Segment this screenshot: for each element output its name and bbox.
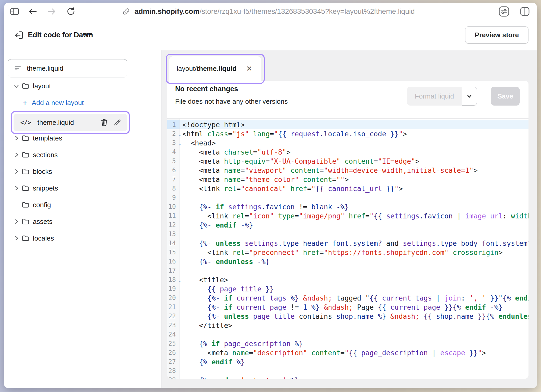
browser-sidebar-toggle-icon[interactable]	[10, 7, 19, 16]
code-line[interactable]: <link rel="icon" type="image/png" href="…	[182, 211, 528, 220]
fold-toggle-icon[interactable]: ⌄	[178, 130, 181, 139]
url-bar[interactable]: admin.shopify.com/store/rzq1xu-f5/themes…	[134, 7, 415, 16]
code-pane[interactable]: <!doctype html><html class="js" lang="{{…	[180, 119, 528, 379]
folder-label: config	[33, 201, 51, 209]
code-line[interactable]: {% render 'meta-tags' %}	[182, 376, 528, 379]
browser-settings-icon[interactable]	[498, 6, 510, 17]
link-icon	[122, 7, 130, 16]
chevron-right-icon[interactable]	[11, 185, 21, 192]
line-number: 24	[167, 330, 180, 339]
chevron-right-icon	[13, 235, 20, 242]
line-number: 20	[167, 293, 180, 303]
folder-icon	[21, 184, 30, 192]
code-line[interactable]	[182, 330, 528, 339]
reload-icon[interactable]	[66, 7, 76, 16]
code-line[interactable]: <html class="js" lang="{{ request.locale…	[182, 129, 528, 138]
close-tab-icon[interactable]: ✕	[244, 63, 254, 74]
format-options-dropdown[interactable]	[462, 87, 477, 106]
sidebar-folder-assets[interactable]: assets	[4, 213, 161, 230]
chevron-right-icon[interactable]	[11, 135, 21, 142]
line-number: 15	[167, 248, 180, 257]
code-line[interactable]: <link rel="preconnect" href="https://fon…	[182, 248, 528, 257]
folder-label: blocks	[33, 168, 52, 176]
chevron-right-icon[interactable]	[11, 235, 21, 242]
line-number: 28	[167, 366, 180, 376]
code-line[interactable]: <!doctype html>	[180, 120, 528, 129]
line-number: 7	[167, 175, 180, 184]
chevron-right-icon[interactable]	[11, 151, 21, 158]
line-number: 9	[167, 193, 180, 202]
sidebar-folder-snippets[interactable]: snippets	[4, 180, 161, 197]
folder-icon	[21, 151, 30, 159]
code-line[interactable]: {% endif %}	[182, 357, 528, 366]
browser-toolbar: admin.shopify.com/store/rzq1xu-f5/themes…	[4, 3, 537, 20]
code-line[interactable]: <meta name="description" content="{{ pag…	[182, 348, 528, 357]
code-editor[interactable]: 12⌄3⌄456789101112131415161718⌄1920212223…	[167, 119, 528, 379]
code-line[interactable]: {%- if settings.favicon != blank -%}	[182, 202, 528, 211]
tab-label: layout/theme.liquid	[177, 65, 244, 73]
file-sidebar: layout + Add a new layout </> theme.liqu…	[4, 50, 162, 388]
back-icon[interactable]	[28, 7, 38, 16]
code-line[interactable]: {%- if current_tags %} &ndash; tagged "{…	[182, 293, 528, 303]
code-line[interactable]	[182, 366, 528, 376]
code-line[interactable]: {%- if current_page != 1 %} &ndash; Page…	[182, 303, 528, 312]
line-number: 29	[167, 376, 180, 379]
code-line[interactable]	[182, 193, 528, 202]
code-line[interactable]: {%- endunless -%}	[182, 257, 528, 266]
forward-icon[interactable]	[47, 7, 56, 16]
file-search-box[interactable]	[8, 59, 127, 77]
tab-layout-theme-liquid[interactable]: layout/theme.liquid ✕	[169, 56, 261, 81]
code-line[interactable]: {%- unless settings.type_header_font.sys…	[182, 239, 528, 248]
fold-toggle-icon[interactable]: ⌄	[178, 275, 181, 285]
sidebar-folder-sections[interactable]: sections	[4, 146, 161, 163]
chevron-down-icon[interactable]	[11, 83, 21, 89]
sidebar-folder-config[interactable]: config	[4, 197, 161, 213]
line-number: 10	[167, 202, 180, 211]
code-line[interactable]: {%- unless page_title contains shop.name…	[182, 312, 528, 321]
line-number: 2⌄	[167, 129, 180, 138]
folder-icon	[21, 134, 30, 142]
code-line[interactable]	[182, 230, 528, 239]
url-host: admin.shopify.com	[134, 7, 200, 15]
split-view-icon[interactable]	[519, 6, 531, 17]
line-number: 11	[167, 211, 180, 220]
line-number: 3⌄	[167, 138, 180, 148]
code-line[interactable]: <meta http-equiv="X-UA-Compatible" conte…	[182, 157, 528, 166]
line-number: 16	[167, 257, 180, 266]
format-liquid-button[interactable]: Format liquid	[407, 87, 462, 106]
code-line[interactable]: </title>	[182, 321, 528, 330]
code-line[interactable]: {{ page_title }}	[182, 284, 528, 293]
sidebar-folder-locales[interactable]: locales	[4, 230, 161, 247]
code-line[interactable]: {%- endif -%}	[182, 220, 528, 230]
preview-store-button[interactable]: Preview store	[465, 26, 528, 44]
chevron-right-icon[interactable]	[11, 168, 21, 175]
sidebar-folder-blocks[interactable]: blocks	[4, 163, 161, 180]
folder-icon	[21, 201, 30, 209]
toolbar-divider	[484, 81, 484, 119]
line-number: 6	[167, 166, 180, 175]
add-new-layout-button[interactable]: + Add a new layout	[22, 94, 84, 111]
exit-editor-icon[interactable]	[14, 30, 24, 41]
fold-toggle-icon[interactable]: ⌄	[178, 139, 181, 148]
code-line[interactable]: <link rel="canonical" href="{{ canonical…	[182, 184, 528, 193]
code-line[interactable]	[182, 266, 528, 275]
line-number: 19	[167, 284, 180, 293]
code-line[interactable]: <meta name="theme-color" content="">	[182, 175, 528, 184]
save-button[interactable]: Save	[491, 87, 520, 106]
code-line[interactable]: {% if page_description %}	[182, 339, 528, 348]
chevron-right-icon[interactable]	[11, 218, 21, 225]
code-line[interactable]: <meta name="viewport" content="width=dev…	[182, 166, 528, 175]
code-line[interactable]: <title>	[182, 275, 528, 284]
folder-icon	[21, 82, 30, 90]
folder-icon	[21, 151, 30, 159]
file-search-input[interactable]	[27, 64, 113, 72]
line-number-gutter[interactable]: 12⌄3⌄456789101112131415161718⌄1920212223…	[167, 119, 180, 379]
more-actions-button[interactable]: •••	[80, 28, 95, 40]
editor-content: layout/theme.liquid ✕ No recent changes …	[162, 50, 537, 388]
sidebar-folder-templates[interactable]: templates	[4, 130, 161, 146]
add-new-layout-label: Add a new layout	[32, 99, 84, 107]
line-number: 8	[167, 184, 180, 193]
sidebar-folder-layout[interactable]: layout	[4, 78, 161, 94]
code-line[interactable]: <meta charset="utf-8">	[182, 148, 528, 157]
code-line[interactable]: <head>	[182, 138, 528, 148]
